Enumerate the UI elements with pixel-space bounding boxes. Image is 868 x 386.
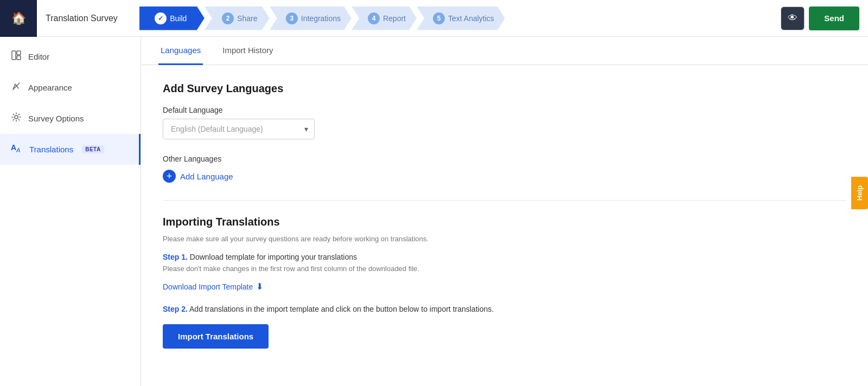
survey-options-icon — [11, 112, 22, 125]
step-num-report: 4 — [368, 12, 380, 24]
svg-text:A: A — [16, 147, 20, 153]
svg-point-4 — [15, 115, 18, 119]
sidebar-item-survey-options[interactable]: Survey Options — [0, 103, 141, 134]
step-label-integrations: Integrations — [301, 14, 341, 23]
nav-step-integrations[interactable]: 3 Integrations — [270, 7, 352, 30]
add-language-button[interactable]: + Add Language — [163, 170, 233, 183]
step-num-text-analytics: 5 — [433, 12, 445, 24]
tab-bar: Languages Import History — [141, 37, 868, 65]
step-label-share: Share — [237, 14, 257, 23]
add-circle-icon: + — [163, 170, 176, 183]
add-survey-languages-title: Add Survey Languages — [163, 82, 846, 95]
step-num-share: 2 — [222, 12, 234, 24]
other-languages-label: Other Languages — [163, 155, 846, 163]
tab-import-history[interactable]: Import History — [220, 37, 275, 65]
main-layout: Editor Appearance Survey Options — [0, 37, 868, 386]
svg-rect-1 — [17, 51, 21, 55]
home-icon: 🏠 — [11, 11, 26, 25]
step1-heading: Step 1. Download template for importing … — [163, 253, 846, 261]
beta-badge: BETA — [82, 145, 104, 153]
default-language-select[interactable]: English (Default Language) — [163, 119, 315, 139]
step1-text: Download template for importing your tra… — [190, 253, 357, 261]
step2-text: Step 2. Add translations in the import t… — [163, 305, 846, 313]
main-content: Languages Import History Add Survey Lang… — [141, 37, 868, 386]
section-divider — [163, 200, 846, 201]
nav-step-text-analytics[interactable]: 5 Text Analytics — [417, 7, 505, 30]
preview-button[interactable]: 👁 — [781, 7, 805, 30]
editor-icon — [11, 50, 22, 63]
appearance-icon — [11, 81, 22, 94]
download-icon: ⬇ — [256, 281, 263, 292]
step-num-build: ✓ — [155, 12, 167, 24]
sidebar-item-editor[interactable]: Editor — [0, 41, 141, 72]
step-num-integrations: 3 — [286, 12, 298, 24]
download-template-link[interactable]: Download Import Template ⬇ — [163, 281, 263, 292]
step-label-text-analytics: Text Analytics — [448, 14, 494, 23]
tab-languages[interactable]: Languages — [158, 37, 203, 65]
sidebar-label-editor: Editor — [28, 52, 49, 61]
default-language-dropdown-wrapper: English (Default Language) ▾ — [163, 119, 315, 139]
translations-icon: A A — [11, 143, 23, 156]
nav-step-build[interactable]: ✓ Build — [139, 7, 205, 30]
download-template-label: Download Import Template — [163, 282, 253, 291]
svg-text:A: A — [11, 143, 16, 152]
add-language-label: Add Language — [180, 172, 233, 181]
nav-right: 👁 Send — [781, 7, 859, 30]
step1-num: Step 1. — [163, 253, 188, 261]
step-label-report: Report — [383, 14, 406, 23]
default-language-label: Default Language — [163, 106, 846, 114]
svg-rect-0 — [12, 51, 16, 60]
check-icon: ✓ — [158, 15, 163, 22]
importing-note: Please make sure all your survey questio… — [163, 235, 846, 243]
nav-step-share[interactable]: 2 Share — [205, 7, 270, 30]
sidebar-label-appearance: Appearance — [28, 83, 72, 92]
step-label-build: Build — [170, 14, 187, 23]
sidebar-item-appearance[interactable]: Appearance — [0, 72, 141, 103]
step2-num: Step 2. — [163, 305, 188, 313]
survey-title: Translation Survey — [46, 14, 118, 23]
step2-description: Add translations in the import template … — [189, 305, 494, 313]
sidebar: Editor Appearance Survey Options — [0, 37, 141, 386]
top-nav: 🏠 Translation Survey ✓ Build 2 Share 3 I… — [0, 0, 868, 37]
svg-rect-2 — [17, 56, 21, 60]
nav-step-report[interactable]: 4 Report — [352, 7, 417, 30]
sidebar-label-survey-options: Survey Options — [28, 114, 84, 123]
sidebar-item-translations[interactable]: A A Translations BETA — [0, 134, 141, 165]
import-translations-button[interactable]: Import Translations — [163, 324, 269, 349]
nav-steps: ✓ Build 2 Share 3 Integrations 4 Report … — [139, 7, 505, 30]
page-content: Add Survey Languages Default Language En… — [141, 65, 868, 366]
help-tab[interactable]: Help — [851, 177, 868, 209]
eye-icon: 👁 — [788, 12, 797, 24]
step1-detail: Please don't make changes in the first r… — [163, 265, 846, 273]
home-button[interactable]: 🏠 — [0, 0, 37, 37]
send-button[interactable]: Send — [809, 7, 859, 30]
importing-translations-title: Importing Translations — [163, 216, 846, 228]
sidebar-label-translations: Translations — [29, 145, 73, 154]
